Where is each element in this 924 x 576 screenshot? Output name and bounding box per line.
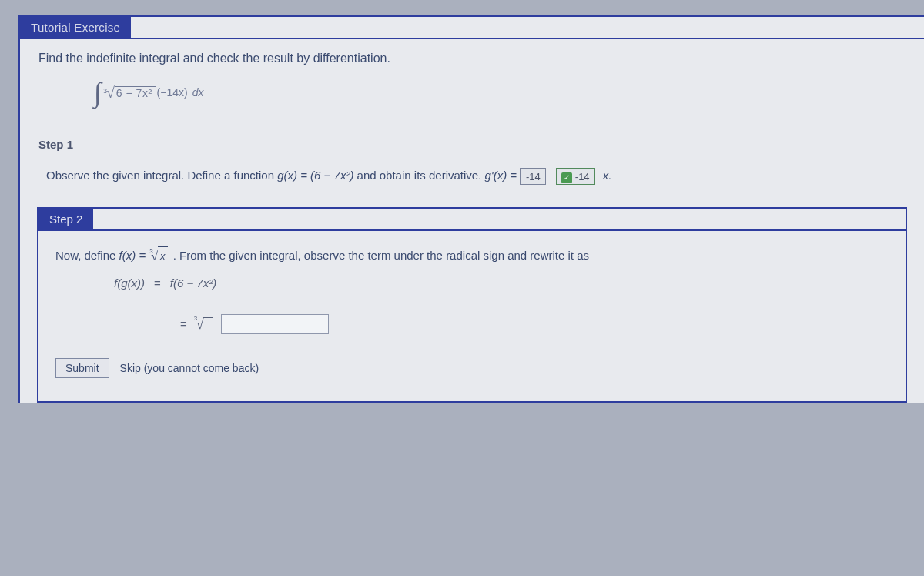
step-1-body: Observe the given integral. Define a fun… [38, 165, 906, 187]
step1-text-mid: and obtain its derivative. [357, 169, 485, 182]
answer-2-value: -14 [575, 171, 590, 183]
step2-line1: Now, define f(x) = 3 √ x . From the give… [55, 245, 889, 268]
fgx-lhs: f(g(x)) [114, 273, 145, 295]
check-icon: ✓ [561, 172, 572, 183]
integral-sign-icon: ∫ [94, 76, 102, 109]
tutorial-panel: Tutorial Exercise Find the indefinite in… [18, 15, 924, 403]
header-rule: Tutorial Exercise [20, 17, 924, 39]
fgx-rhs: f(6 − 7x²) [170, 273, 216, 295]
equation-line-2: = 3 √ [171, 311, 889, 337]
radicand: 6 − 7x² [115, 86, 156, 99]
panel-title: Tutorial Exercise [20, 17, 131, 38]
step-2-container: Step 2 Now, define f(x) = 3 √ x . From t… [37, 207, 907, 403]
step-1-label: Step 1 [38, 138, 906, 151]
root-index-icon-3: 3 [194, 313, 197, 324]
dx: dx [192, 86, 204, 99]
problem-statement: Find the indefinite integral and check t… [20, 39, 924, 138]
step-2-body: Now, define f(x) = 3 √ x . From the give… [38, 231, 906, 338]
cube-root-block: 3 √ 6 − 7x² [106, 84, 156, 102]
equals-sign-1: = [154, 273, 161, 295]
cube-root-input: 3 √ [196, 311, 213, 337]
g-definition: g(x) = (6 − 7x²) [277, 169, 353, 182]
step2-header-rule: Step 2 [38, 209, 906, 231]
root-x: x [158, 246, 168, 266]
button-row: Submit Skip (you cannot come back) [55, 358, 906, 378]
step-1: Step 1 Observe the given integral. Defin… [38, 138, 906, 187]
cube-root-x: 3 √ x [151, 245, 167, 268]
step1-text-pre: Observe the given integral. Define a fun… [46, 169, 277, 182]
skip-link[interactable]: Skip (you cannot come back) [120, 362, 259, 374]
step2-post: . From the given integral, observe the t… [173, 249, 589, 262]
integral-factor: (−14x) [157, 86, 188, 99]
answer-box-1[interactable]: -14 [520, 168, 546, 185]
integral-expression: ∫ 3 √ 6 − 7x² (−14x) dx [94, 76, 906, 109]
answer-box-2[interactable]: ✓-14 [556, 168, 595, 185]
problem-text: Find the indefinite integral and check t… [38, 52, 906, 65]
equation-line-1: f(g(x)) = f(6 − 7x²) [114, 273, 889, 295]
equals-sign-2: = [180, 313, 187, 336]
step-2-label: Step 2 [38, 209, 93, 229]
step2-pre: Now, define [55, 249, 119, 262]
root-overline [203, 317, 213, 327]
g-prime: g'(x) = [485, 169, 521, 182]
x-suffix: x. [603, 169, 612, 182]
radical-icon: √ [106, 84, 115, 102]
fx-eq: f(x) = [119, 249, 149, 262]
submit-button[interactable]: Submit [55, 358, 109, 378]
answer-input[interactable] [221, 314, 329, 334]
root-index-icon: 3 [149, 246, 152, 257]
root-index-3: 3 [103, 87, 107, 95]
